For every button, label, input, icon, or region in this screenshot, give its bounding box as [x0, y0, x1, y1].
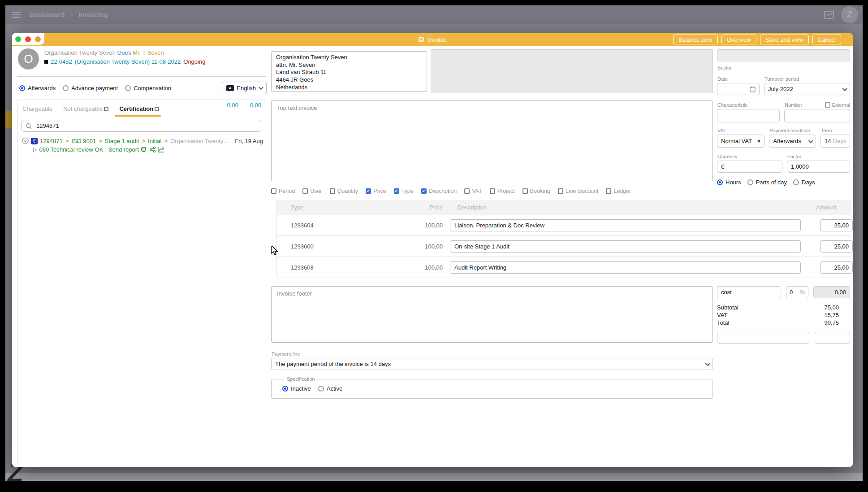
- invoice-footer-input[interactable]: [271, 286, 713, 343]
- radio-inactive[interactable]: Inactive: [282, 385, 311, 392]
- dossier-details: (Organisation Twenty Seven) 11-08-2022: [75, 58, 181, 65]
- radio-days[interactable]: Days: [793, 179, 815, 186]
- percent-sign: %: [799, 289, 805, 296]
- search-input[interactable]: [35, 122, 257, 130]
- bottom-scroll-strip[interactable]: [5, 473, 863, 481]
- booking-search[interactable]: [22, 120, 261, 132]
- extra-input-right[interactable]: [815, 332, 850, 344]
- column-toggle-user[interactable]: User: [302, 188, 322, 194]
- user-avatar[interactable]: Z: [841, 6, 858, 23]
- contact-name-link[interactable]: Mr. T Seven: [133, 49, 164, 56]
- window-controls: [12, 33, 44, 45]
- checkbox-checked-icon: [366, 188, 371, 194]
- tree-link-standard[interactable]: ISO 9001: [71, 138, 96, 144]
- breadcrumb-dashboard[interactable]: Dashboard: [30, 11, 65, 18]
- overview-button[interactable]: Overview: [721, 35, 756, 44]
- tree-link-number[interactable]: 1294871: [40, 138, 63, 144]
- vat-chip[interactable]: Normal VAT ×: [717, 135, 764, 148]
- chart-icon[interactable]: [824, 11, 834, 19]
- dossier-number-link[interactable]: 22-0452: [51, 58, 72, 65]
- task-label[interactable]: 060 Technical review OK - Send report: [39, 146, 138, 153]
- tab-chargeable[interactable]: Chargeable: [22, 105, 52, 112]
- term-input[interactable]: 14 Days: [820, 135, 850, 148]
- invoice-coins-icon[interactable]: [141, 147, 147, 152]
- number-input[interactable]: [784, 109, 850, 122]
- clear-icon[interactable]: ×: [757, 138, 761, 144]
- specification-legend: Specification: [285, 376, 316, 382]
- radio-label: Inactive: [291, 385, 311, 392]
- radio-parts-of-day[interactable]: Parts of day: [747, 179, 787, 186]
- checkbox-icon[interactable]: [104, 107, 108, 111]
- column-toggle-vat[interactable]: VAT: [464, 188, 482, 194]
- radio-icon: [282, 386, 288, 392]
- window-close-button[interactable]: [25, 36, 31, 42]
- booking-tree-task[interactable]: ▷ 060 Technical review OK - Send report: [17, 146, 266, 153]
- column-toggle-booking[interactable]: Booking: [523, 188, 550, 194]
- radio-afterwards[interactable]: Afterwards: [19, 85, 56, 91]
- radio-label: Hours: [725, 179, 741, 186]
- radio-icon: [747, 179, 753, 185]
- percent-input[interactable]: 0 %: [786, 286, 808, 298]
- column-toggle-line-discount[interactable]: Line discount: [558, 188, 599, 194]
- window-minimize-button[interactable]: [15, 36, 21, 42]
- calendar-icon[interactable]: [750, 86, 756, 92]
- save-and-view-button[interactable]: Save and view: [760, 35, 809, 44]
- totals-panel: 0 % 0,00 Subtotal 75,00 VAT 15,75: [717, 286, 850, 344]
- balance-zero-button[interactable]: Balance zero: [673, 35, 718, 44]
- line-amount-input[interactable]: [820, 261, 853, 274]
- column-toggle-type[interactable]: Type: [394, 188, 414, 194]
- cancel-button[interactable]: Cancel: [812, 35, 841, 44]
- cost-input[interactable]: [717, 286, 781, 298]
- characteristic-input[interactable]: [717, 109, 780, 122]
- column-toggle-project[interactable]: Project: [490, 188, 515, 194]
- tab-not-chargeable[interactable]: Not chargeable: [63, 105, 108, 112]
- sector-input: [717, 49, 850, 61]
- column-toggle-quantity[interactable]: Quantity: [330, 188, 358, 194]
- expand-triangle-icon[interactable]: ▷: [33, 147, 37, 152]
- breadcrumb-invoicing[interactable]: Invoicing: [78, 11, 108, 18]
- turnover-period-select[interactable]: July 2022: [764, 83, 850, 95]
- column-toggle-ledger[interactable]: Ledger: [606, 188, 631, 194]
- column-toggle-price[interactable]: Price: [366, 188, 386, 194]
- tree-link-initial[interactable]: Initial: [148, 138, 161, 144]
- payment-line-select[interactable]: The payment period of the invoice is 14 …: [271, 358, 713, 370]
- tree-date: Fri, 19 Aug: [232, 138, 263, 144]
- collapse-circle-icon[interactable]: [22, 137, 29, 144]
- invoice-address-block[interactable]: Organisation Twenty Seven attn. Mr. Seve…: [271, 51, 427, 92]
- date-input[interactable]: [717, 83, 760, 95]
- tab-certification[interactable]: Certification: [119, 105, 159, 112]
- tree-link-stage[interactable]: Stage 1 audit: [105, 138, 139, 144]
- column-toggle-description[interactable]: Description: [421, 188, 457, 194]
- factor-input[interactable]: [787, 161, 850, 173]
- checkbox-icon[interactable]: [155, 107, 159, 111]
- radio-label: Days: [802, 179, 815, 186]
- app-topbar: Dashboard › Invoicing Z: [5, 5, 863, 24]
- organisation-city-link[interactable]: Goes: [117, 49, 131, 56]
- line-amount-input[interactable]: [820, 219, 853, 231]
- line-amount-input[interactable]: [820, 240, 853, 253]
- vat-total-label: VAT: [717, 311, 727, 319]
- radio-advance-payment[interactable]: Advance payment: [63, 85, 118, 91]
- trend-chart-icon[interactable]: [158, 147, 164, 152]
- radio-active[interactable]: Active: [318, 385, 342, 392]
- payment-condition-select[interactable]: Afterwards: [769, 135, 816, 148]
- menu-icon[interactable]: [12, 12, 21, 18]
- currency-input[interactable]: [717, 161, 782, 173]
- booking-panel: 0,00 0,00 Chargeable Not chargeable Cert…: [17, 100, 266, 464]
- language-select[interactable]: A English: [222, 82, 267, 94]
- line-description-input[interactable]: [450, 261, 801, 274]
- radio-hours[interactable]: Hours: [717, 179, 741, 186]
- external-checkbox[interactable]: External: [825, 102, 850, 108]
- line-description-input[interactable]: [450, 240, 801, 253]
- tab-label: Certification: [119, 105, 153, 112]
- window-zoom-button[interactable]: [35, 36, 41, 42]
- radio-compensation[interactable]: Compensation: [125, 85, 171, 91]
- breadcrumb: Dashboard › Invoicing: [30, 9, 108, 20]
- extra-input-left[interactable]: [717, 332, 809, 344]
- booking-tree-item[interactable]: € 1294871 > ISO 9001 > Stage 1 audit > I…: [17, 132, 266, 144]
- share-icon[interactable]: [150, 147, 155, 152]
- top-text-input[interactable]: [271, 100, 713, 181]
- column-toggle-period[interactable]: Period: [271, 188, 295, 194]
- column-toggles: Period User Quantity Price Type Descript…: [271, 188, 713, 194]
- line-description-input[interactable]: [450, 219, 801, 231]
